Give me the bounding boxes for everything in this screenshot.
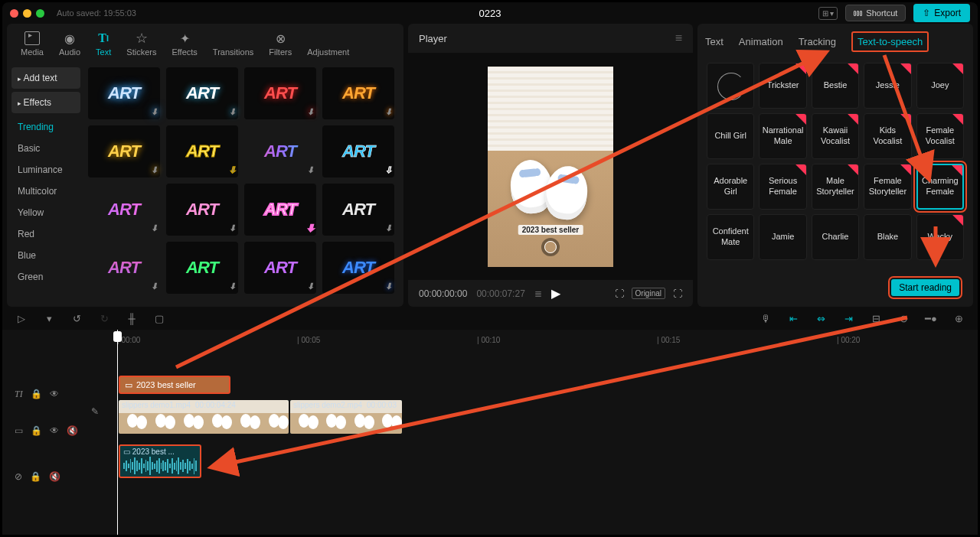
text-style-asset[interactable]: ART⬇ <box>244 242 316 294</box>
refresh-icon[interactable] <box>544 241 557 253</box>
nav-add-text[interactable]: Add text <box>11 67 80 89</box>
voice-option[interactable]: Trickster <box>759 63 806 109</box>
fullscreen-icon[interactable]: ⛶ <box>673 288 682 299</box>
download-icon[interactable]: ⬇ <box>307 282 313 291</box>
download-icon[interactable]: ⬇ <box>307 165 313 175</box>
player-canvas[interactable]: 2023 best seller <box>408 53 693 280</box>
download-icon[interactable]: ⬇ <box>229 282 235 291</box>
download-icon[interactable]: ⬇ <box>151 165 157 175</box>
nav-cat-luminance[interactable]: Luminance <box>11 159 80 181</box>
download-icon[interactable]: ⬇ <box>307 107 313 117</box>
player-menu-icon[interactable]: ≡ <box>675 31 682 45</box>
inspector-tab-animation[interactable]: Animation <box>739 36 783 47</box>
mute-icon[interactable]: 🔇 <box>67 425 78 436</box>
download-icon[interactable]: ⬇ <box>307 223 313 233</box>
text-clip[interactable]: ▭2023 best seller <box>119 376 230 394</box>
tooltab-text[interactable]: TIText <box>88 28 119 61</box>
download-icon[interactable]: ⬇ <box>151 223 157 233</box>
voice-option[interactable]: Bestie <box>812 63 859 109</box>
video-clip-2[interactable]: slippers demo2.mp400:00:03 <box>290 400 402 434</box>
text-style-asset[interactable]: ART⬇ <box>88 67 160 119</box>
voice-option[interactable]: Charming Female <box>916 164 964 210</box>
eye-icon[interactable]: 👁 <box>50 389 59 399</box>
workspace-layout-icon[interactable]: ⊞ ▾ <box>818 7 838 20</box>
video-clip-1[interactable]: slippers demo1.mp400:00:04:24 <box>119 400 289 434</box>
voice-option[interactable]: Narrational Male <box>759 113 806 159</box>
download-icon[interactable]: ⬇ <box>385 107 391 117</box>
voice-option[interactable]: Serious Female <box>759 164 806 210</box>
inspector-tab-tracking[interactable]: Tracking <box>799 36 836 47</box>
text-style-asset[interactable]: ART⬇ <box>244 184 316 236</box>
video-track[interactable]: slippers demo1.mp400:00:04:24 slippers d… <box>119 400 402 434</box>
redo-icon[interactable]: ↻ <box>96 311 113 325</box>
download-icon[interactable]: ⬇ <box>229 107 235 117</box>
download-icon[interactable]: ⬇ <box>385 165 391 175</box>
nav-cat-basic[interactable]: Basic <box>11 138 80 159</box>
window-minimize[interactable] <box>23 9 31 18</box>
voice-option[interactable]: Kids Vocalist <box>864 113 911 159</box>
voice-option[interactable]: Male Storyteller <box>812 164 859 210</box>
voice-option[interactable]: Jamie <box>759 214 806 260</box>
undo-icon[interactable]: ↺ <box>68 311 85 325</box>
nav-effects[interactable]: Effects <box>11 92 80 113</box>
align-right-icon[interactable]: ⇥ <box>840 311 857 325</box>
nav-cat-red[interactable]: Red <box>11 223 80 245</box>
cut-icon[interactable]: ⊟ <box>867 311 884 325</box>
voice-option[interactable]: Female Storyteller <box>864 164 911 210</box>
audio-clip[interactable]: ▭ 2023 best ... <box>119 444 201 478</box>
download-icon[interactable]: ⬇ <box>151 107 157 117</box>
list-icon[interactable]: ≣ <box>534 288 542 299</box>
playhead[interactable] <box>117 330 118 535</box>
voice-option[interactable]: Adorable Girl <box>707 164 754 210</box>
text-style-asset[interactable]: ART⬇ <box>166 184 238 236</box>
text-style-asset[interactable]: ART⬇ <box>244 67 316 119</box>
tooltab-audio[interactable]: Audio <box>51 28 88 61</box>
text-style-asset[interactable]: ART⬇ <box>322 184 394 236</box>
start-reading-button[interactable]: Start reading <box>891 279 959 296</box>
voice-option[interactable]: Wacky <box>916 214 964 260</box>
voice-option[interactable] <box>707 63 754 109</box>
voice-option[interactable]: Female Vocalist <box>916 113 964 159</box>
download-icon[interactable]: ⬇ <box>151 282 157 291</box>
lock-icon[interactable]: 🔒 <box>31 425 42 436</box>
align-left-icon[interactable]: ⇤ <box>785 311 802 325</box>
tooltab-effects[interactable]: Effects <box>164 28 204 61</box>
export-button[interactable]: ⇧Export <box>913 4 970 22</box>
text-style-asset[interactable]: ART⬇ <box>166 242 238 294</box>
mic-icon[interactable]: 🎙 <box>757 311 774 325</box>
ratio-button[interactable]: Original <box>632 288 665 299</box>
chevron-down-icon[interactable]: ▾ <box>41 311 57 325</box>
zoom-out-icon[interactable]: ⊖ <box>895 311 912 325</box>
align-center-icon[interactable]: ⇔ <box>812 311 829 325</box>
nav-cat-green[interactable]: Green <box>11 266 80 288</box>
download-icon[interactable]: ⬇ <box>229 165 235 175</box>
text-style-asset[interactable]: ART⬇ <box>322 242 394 294</box>
play-button[interactable]: ▶ <box>551 286 560 301</box>
voice-option[interactable]: Confident Mate <box>707 214 754 260</box>
text-style-asset[interactable]: ART⬇ <box>88 125 160 177</box>
download-icon[interactable]: ⬇ <box>385 282 391 291</box>
pointer-tool-icon[interactable]: ▷ <box>13 311 30 325</box>
window-close[interactable] <box>10 9 18 18</box>
voice-option[interactable]: Chill Girl <box>707 113 754 159</box>
nav-cat-trending[interactable]: Trending <box>11 116 80 138</box>
text-style-asset[interactable]: ART⬇ <box>166 125 238 177</box>
tooltab-media[interactable]: Media <box>13 28 51 61</box>
lock-icon[interactable]: 🔒 <box>31 389 42 399</box>
voice-option[interactable]: Kawaii Vocalist <box>812 113 859 159</box>
text-style-asset[interactable]: ART⬇ <box>322 67 394 119</box>
text-style-asset[interactable]: ART⬇ <box>88 184 160 236</box>
text-style-asset[interactable]: ART⬇ <box>244 125 316 177</box>
timeline-ruler[interactable]: | 00:00| 00:05| 00:10| 00:15| 00:20 <box>87 330 978 351</box>
tooltab-adjustment[interactable]: Adjustment <box>299 28 357 61</box>
download-icon[interactable]: ⬇ <box>229 223 235 233</box>
crop-icon[interactable]: ⛶ <box>615 288 624 299</box>
zoom-slider[interactable]: ━● <box>923 311 939 325</box>
pen-icon[interactable]: ✎ <box>91 406 99 417</box>
download-icon[interactable]: ⬇ <box>385 223 391 233</box>
tooltab-stickers[interactable]: Stickers <box>119 28 164 61</box>
voice-option[interactable]: Jessie <box>864 63 911 109</box>
voice-option[interactable]: Joey <box>916 63 964 109</box>
voice-option[interactable]: Charlie <box>812 214 859 260</box>
window-zoom[interactable] <box>36 9 44 18</box>
